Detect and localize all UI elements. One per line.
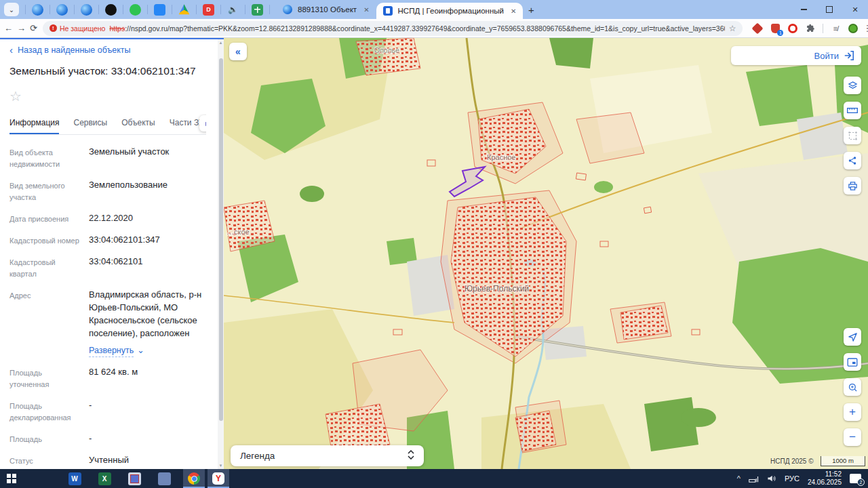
map-label-village-north: Ополье xyxy=(374,46,399,54)
notification-center-icon[interactable]: 2 xyxy=(850,474,861,483)
extension-red-icon[interactable] xyxy=(752,23,763,34)
browser-forward-button[interactable]: → xyxy=(17,20,26,37)
back-chevron-icon: ‹ xyxy=(9,45,13,55)
pinned-tab-sound-icon[interactable]: 🔉 xyxy=(227,4,239,16)
pinned-tab-browser-icon[interactable] xyxy=(81,4,92,16)
legend-bar[interactable]: Легенда xyxy=(231,445,424,466)
window-minimize-button[interactable] xyxy=(791,0,816,19)
tab-close-icon[interactable]: ✕ xyxy=(509,6,517,16)
expand-address-link[interactable]: Развернуть ⌄ xyxy=(89,344,144,357)
scroll-up-icon[interactable]: ▲ xyxy=(218,39,224,46)
clock[interactable]: 11:52 24.06.2025 xyxy=(808,470,842,487)
field-label: Площадь декларированная xyxy=(9,399,81,424)
login-icon xyxy=(844,51,854,60)
legend-expand-icon[interactable] xyxy=(408,450,414,462)
address-bar[interactable]: ! Не защищено https://nspd.gov.ru/map?th… xyxy=(43,21,743,36)
browser-back-button[interactable]: ← xyxy=(4,20,13,37)
measure-button[interactable] xyxy=(844,102,861,119)
taskbar-word-button[interactable]: W xyxy=(64,469,85,488)
pinned-tab-dark-app-icon[interactable] xyxy=(105,4,117,16)
tab-services[interactable]: Сервисы xyxy=(73,114,107,134)
locate-button[interactable] xyxy=(844,328,861,346)
favorite-star-icon[interactable]: ☆ xyxy=(9,88,26,104)
sidebar-toggle-icon[interactable]: ≡/ xyxy=(830,23,841,34)
share-button[interactable] xyxy=(844,152,861,169)
browser-menu-icon[interactable]: ⋮ xyxy=(863,23,868,33)
desktop: ⌄ D 🔉 8891310 Объект xyxy=(0,0,868,488)
pinned-tab-browser-icon[interactable] xyxy=(32,4,43,16)
pinned-tab-whatsapp-icon[interactable] xyxy=(130,4,141,16)
language-indicator[interactable]: РУС xyxy=(785,474,800,483)
taskbar-app-button[interactable] xyxy=(153,469,175,488)
scroll-down-icon[interactable]: ▼ xyxy=(218,462,224,469)
volume-icon[interactable] xyxy=(767,474,776,483)
tab-close-icon[interactable]: ✕ xyxy=(362,5,370,15)
extension-opera-icon[interactable] xyxy=(787,23,798,34)
security-chip[interactable]: ! Не защищено xyxy=(50,24,106,33)
field-value: - xyxy=(89,432,206,445)
tab-information[interactable]: Информация xyxy=(9,114,59,134)
collapse-panel-button[interactable]: « xyxy=(229,43,247,60)
field-value: - xyxy=(89,399,206,424)
print-button[interactable] xyxy=(844,177,861,195)
extension-badge: 1 xyxy=(777,30,783,36)
field-label: Вид земельного участка xyxy=(9,179,81,203)
layers-button[interactable] xyxy=(844,77,861,94)
extensions-puzzle-icon[interactable] xyxy=(805,23,816,34)
tab-object[interactable]: 8891310 Объект ✕ xyxy=(276,0,376,19)
pinned-tab-browser-icon[interactable] xyxy=(56,4,68,16)
tray-expand-icon[interactable]: ^ xyxy=(737,474,741,483)
window-maximize-button[interactable] xyxy=(816,0,842,19)
extension-adguard-icon[interactable] xyxy=(848,23,859,34)
browser-reload-button[interactable]: ⟳ xyxy=(30,20,37,37)
network-icon[interactable] xyxy=(749,474,759,483)
pinned-tab-red-d-icon[interactable]: D xyxy=(203,4,214,16)
search-area-button[interactable] xyxy=(844,378,861,396)
start-button[interactable] xyxy=(0,469,23,488)
yandex-browser-icon: Y xyxy=(212,472,224,485)
attribute-list: Вид объекта недвижимости Земельный участ… xyxy=(9,146,206,488)
excel-icon: X xyxy=(98,472,111,485)
window-close-button[interactable]: ✕ xyxy=(842,0,868,19)
tab-search-chevron-icon[interactable]: ⌄ xyxy=(4,3,19,16)
map-label-town: Юрьев-Польский xyxy=(465,284,529,293)
login-bar[interactable]: Войти xyxy=(731,46,861,65)
scale-bar: 1000 m xyxy=(821,456,865,466)
map-tiles: Ополье Красное Юрьев-Польский …ское xyxy=(224,38,868,469)
tabs-scroll-right-button[interactable]: ▶ xyxy=(199,115,206,131)
zoom-in-button[interactable]: + xyxy=(844,403,861,421)
taskbar-1c-button[interactable] xyxy=(123,469,145,488)
url-text: https://nspd.gov.ru/map?thematic=PKK&zoo… xyxy=(109,24,724,33)
new-tab-button[interactable]: + xyxy=(523,1,539,18)
select-area-button[interactable] xyxy=(844,127,861,144)
back-to-results-link[interactable]: ‹ Назад в найденные объекты xyxy=(9,45,206,55)
panel-scrollbar[interactable]: ▲ ▼ xyxy=(218,39,224,469)
taskbar-chrome-button[interactable] xyxy=(183,469,205,488)
pinned-tab-google-drive-icon[interactable] xyxy=(178,4,190,16)
map-search-icon xyxy=(848,382,858,392)
zoom-out-button[interactable]: − xyxy=(844,428,861,446)
field-value: Владимирская область, р-н Юрьев-Польский… xyxy=(89,289,201,338)
field-value: 81 624 кв. м xyxy=(89,366,206,390)
chevron-down-icon: ⌄ xyxy=(137,344,144,357)
tab-title: НСПД | Геоинформационный xyxy=(398,7,504,15)
bookmark-star-icon[interactable]: ☆ xyxy=(729,24,736,33)
extension-shield-icon[interactable]: 1 xyxy=(770,23,781,34)
tab-favicon xyxy=(283,5,292,14)
map-canvas[interactable]: Ополье Красное Юрьев-Польский …ское « Во… xyxy=(224,38,868,469)
tab-parcel-parts[interactable]: Части ЗУ xyxy=(170,114,204,134)
field-row-address: Адрес Владимирская область, р-н Юрьев-По… xyxy=(9,289,206,357)
browser-tab-strip: ⌄ D 🔉 8891310 Объект xyxy=(0,0,868,19)
url-rest: ://nspd.gov.ru/map?thematic=PKK&zoom=12.… xyxy=(125,24,725,33)
tab-objects[interactable]: Объекты xyxy=(121,114,155,134)
map-label-village-krasnoe: Красное xyxy=(487,153,515,161)
tab-nspd-active[interactable]: НСПД | Геоинформационный ✕ xyxy=(376,3,524,19)
taskbar-yandex-button[interactable]: Y xyxy=(208,469,229,488)
minimap-button[interactable] xyxy=(844,353,861,371)
pinned-tab-sheet-icon[interactable] xyxy=(252,4,263,16)
navigation-arrow-icon xyxy=(848,332,858,342)
pinned-tab-vk-icon[interactable] xyxy=(154,4,165,16)
field-label: Площадь уточненная xyxy=(9,366,81,390)
scrollbar-thumb[interactable] xyxy=(219,58,223,421)
taskbar-excel-button[interactable]: X xyxy=(94,469,115,488)
